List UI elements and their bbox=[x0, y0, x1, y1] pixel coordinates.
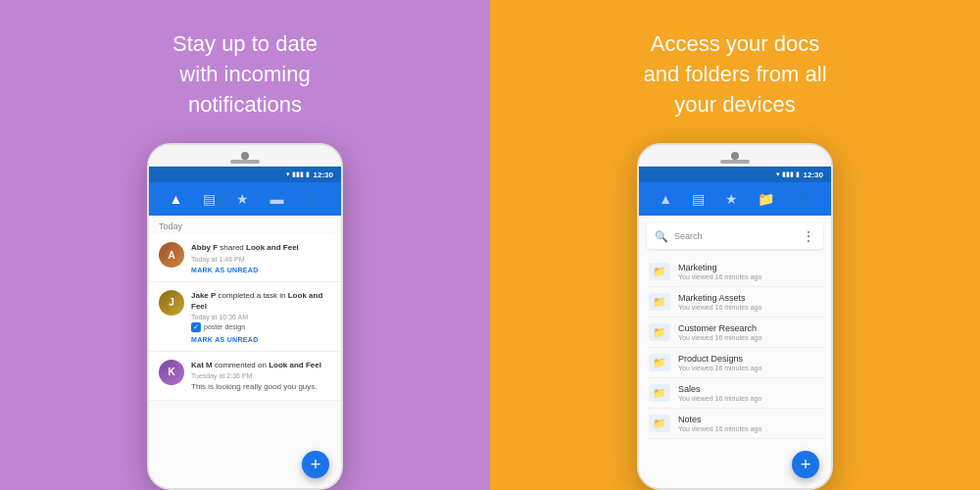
folder-details-5: Sales You viewed 16 minutes ago bbox=[678, 384, 821, 402]
signal-icon: ▮▮▮ bbox=[292, 171, 304, 178]
nav-star-icon[interactable]: ★ bbox=[236, 191, 249, 207]
right-panel-title: Access your docs and folders from all yo… bbox=[643, 29, 826, 120]
right-status-bar: ▾ ▮▮▮ ▮ 12:30 bbox=[639, 167, 831, 182]
task-check-icon: ✓ bbox=[191, 322, 201, 332]
notif-task: ✓ poster design bbox=[191, 322, 331, 332]
notif-comment-3: This is looking really good you guys. bbox=[191, 381, 331, 392]
folder-time-5: You viewed 16 minutes ago bbox=[678, 395, 821, 402]
folder-name-4: Product Designs bbox=[678, 354, 821, 364]
folder-icon-6: 📁 bbox=[649, 415, 670, 432]
right-phone-speaker bbox=[720, 160, 750, 164]
app-nav-right: ▲ ▤ ★ 📁 👤 bbox=[639, 182, 831, 216]
folder-item-customer-research[interactable]: 📁 Customer Research You viewed 16 minute… bbox=[645, 318, 825, 348]
right-phone: ▾ ▮▮▮ ▮ 12:30 ▲ ▤ ★ 📁 👤 🔍 Search ⋮ bbox=[637, 143, 833, 490]
folder-icon-5: 📁 bbox=[649, 384, 670, 402]
status-icons: ▾ ▮▮▮ ▮ bbox=[286, 171, 310, 178]
app-nav-left: ▲ ▤ ★ ▬ 👤 bbox=[149, 182, 341, 216]
folders-content: 🔍 Search ⋮ 📁 Marketing You viewed 16 min… bbox=[639, 216, 831, 490]
notif-body-2: Jake P completed a task in Look and Feel… bbox=[191, 290, 331, 343]
fab-button-left[interactable]: + bbox=[302, 451, 329, 478]
notif-body-3: Kat M commented on Look and Feel Tuesday… bbox=[191, 360, 331, 392]
search-bar[interactable]: 🔍 Search ⋮ bbox=[647, 223, 823, 249]
folder-name-3: Customer Research bbox=[678, 323, 821, 333]
folder-details-2: Marketing Assets You viewed 16 minutes a… bbox=[678, 293, 821, 311]
notif-body-1: Abby F shared Look and Feel Today at 1:4… bbox=[191, 242, 331, 272]
status-time: 12:30 bbox=[314, 171, 333, 179]
status-bar: ▾ ▮▮▮ ▮ 12:30 bbox=[149, 167, 341, 182]
notif-action-1[interactable]: MARK AS UNREAD bbox=[191, 267, 331, 273]
folder-time-6: You viewed 16 minutes ago bbox=[678, 425, 821, 432]
right-signal-icon: ▮▮▮ bbox=[782, 171, 794, 178]
right-nav-home-icon[interactable]: ▲ bbox=[659, 191, 672, 207]
folder-name-5: Sales bbox=[678, 384, 821, 394]
notif-text-3: Kat M commented on Look and Feel bbox=[191, 360, 331, 370]
nav-person-icon[interactable]: 👤 bbox=[304, 191, 320, 207]
notification-item-2: J Jake P completed a task in Look and Fe… bbox=[149, 282, 341, 352]
nav-docs-icon[interactable]: ▤ bbox=[203, 191, 216, 207]
right-panel: Access your docs and folders from all yo… bbox=[490, 0, 980, 490]
phone-top-bezel bbox=[149, 145, 341, 167]
folder-item-product-designs[interactable]: 📁 Product Designs You viewed 16 minutes … bbox=[645, 348, 825, 378]
notif-time-3: Tuesday at 2:36 PM bbox=[191, 372, 331, 379]
avatar-kat: K bbox=[159, 360, 184, 385]
search-icon: 🔍 bbox=[655, 230, 668, 243]
notif-time-2: Today at 10:36 AM bbox=[191, 314, 331, 320]
left-panel: Stay up to date with incoming notificati… bbox=[0, 0, 490, 490]
folder-icon-1: 📁 bbox=[649, 263, 670, 280]
more-options-icon[interactable]: ⋮ bbox=[803, 229, 815, 243]
right-nav-folder-icon[interactable]: 📁 bbox=[758, 191, 774, 207]
right-nav-star-icon[interactable]: ★ bbox=[725, 191, 738, 207]
folder-name-1: Marketing bbox=[678, 263, 821, 272]
folder-item-marketing-assets[interactable]: 📁 Marketing Assets You viewed 16 minutes… bbox=[645, 287, 825, 318]
phone-speaker bbox=[230, 160, 260, 164]
folder-item-notes[interactable]: 📁 Notes You viewed 16 minutes ago bbox=[645, 409, 825, 439]
notification-item-3: K Kat M commented on Look and Feel Tuesd… bbox=[149, 352, 341, 401]
avatar-jake: J bbox=[159, 290, 184, 316]
folder-name-6: Notes bbox=[678, 415, 821, 424]
phone-camera bbox=[241, 152, 249, 160]
folder-icon-2: 📁 bbox=[649, 293, 670, 311]
folder-icon-3: 📁 bbox=[649, 323, 670, 341]
right-phone-top-bezel bbox=[639, 145, 831, 167]
folder-item-sales[interactable]: 📁 Sales You viewed 16 minutes ago bbox=[645, 378, 825, 409]
search-placeholder: Search bbox=[674, 231, 797, 241]
left-panel-title: Stay up to date with incoming notificati… bbox=[172, 29, 318, 120]
task-label: poster design bbox=[204, 323, 245, 330]
nav-home-icon[interactable]: ▲ bbox=[170, 191, 183, 207]
folder-details-3: Customer Research You viewed 16 minutes … bbox=[678, 323, 821, 341]
folder-details-1: Marketing You viewed 16 minutes ago bbox=[678, 263, 821, 280]
folder-time-3: You viewed 16 minutes ago bbox=[678, 334, 821, 341]
notif-action-2[interactable]: MARK AS UNREAD bbox=[191, 336, 331, 343]
battery-icon: ▮ bbox=[306, 171, 310, 178]
right-nav-person-icon[interactable]: 👤 bbox=[795, 191, 811, 207]
folder-details-6: Notes You viewed 16 minutes ago bbox=[678, 415, 821, 432]
folder-name-2: Marketing Assets bbox=[678, 293, 821, 303]
folder-icon-4: 📁 bbox=[649, 354, 670, 371]
notifications-content: Today A Abby F shared Look and Feel Toda… bbox=[149, 216, 341, 490]
folder-time-4: You viewed 16 minutes ago bbox=[678, 365, 821, 371]
right-nav-docs-icon[interactable]: ▤ bbox=[692, 191, 705, 207]
notif-text-1: Abby F shared Look and Feel bbox=[191, 242, 331, 253]
right-battery-icon: ▮ bbox=[796, 171, 800, 178]
right-phone-camera bbox=[731, 152, 739, 160]
folder-item-marketing[interactable]: 📁 Marketing You viewed 16 minutes ago bbox=[645, 257, 825, 287]
avatar-abby: A bbox=[159, 242, 184, 268]
notif-time-1: Today at 1:46 PM bbox=[191, 256, 331, 263]
wifi-icon: ▾ bbox=[286, 171, 290, 178]
folder-list: 📁 Marketing You viewed 16 minutes ago 📁 … bbox=[639, 257, 831, 439]
notification-item-1: A Abby F shared Look and Feel Today at 1… bbox=[149, 234, 341, 281]
left-phone: ▾ ▮▮▮ ▮ 12:30 ▲ ▤ ★ ▬ 👤 Today A Abby F s… bbox=[147, 143, 343, 490]
section-label-today: Today bbox=[149, 216, 341, 234]
folder-details-4: Product Designs You viewed 16 minutes ag… bbox=[678, 354, 821, 371]
folder-time-2: You viewed 16 minutes ago bbox=[678, 304, 821, 311]
nav-folder-icon[interactable]: ▬ bbox=[270, 191, 283, 207]
notif-text-2: Jake P completed a task in Look and Feel bbox=[191, 290, 331, 312]
right-status-time: 12:30 bbox=[804, 171, 823, 179]
right-status-icons: ▾ ▮▮▮ ▮ bbox=[776, 171, 800, 178]
folder-time-1: You viewed 16 minutes ago bbox=[678, 273, 821, 280]
right-wifi-icon: ▾ bbox=[776, 171, 780, 178]
fab-button-right[interactable]: + bbox=[792, 451, 819, 478]
